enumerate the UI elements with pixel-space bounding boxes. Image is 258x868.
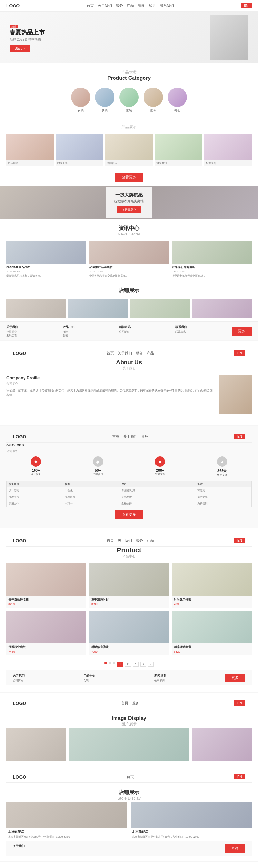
product-nav-logo: LOGO: [13, 538, 26, 544]
nav-about[interactable]: 关于我们: [98, 3, 112, 8]
storedisp-footer-col-1: 关于我们: [13, 844, 25, 853]
product-item-3[interactable]: 时尚休闲外套 ¥399: [172, 563, 252, 608]
prod-nav-1[interactable]: 首页: [107, 538, 114, 543]
about-lang-btn[interactable]: EN: [234, 350, 245, 356]
image-display-section: LOGO 首页 服务 EN Image Display 图片展示: [0, 692, 258, 766]
page-num-next[interactable]: ›: [148, 661, 153, 667]
footer-link-2-2[interactable]: 男装: [63, 334, 74, 337]
product-item-img-5: [89, 611, 169, 643]
lang-btn[interactable]: EN: [241, 3, 252, 8]
product-footer-link-2[interactable]: 女装: [83, 679, 95, 682]
hero-btn[interactable]: Start >: [10, 45, 30, 52]
footer-link-4-1[interactable]: 联系方式: [176, 330, 187, 334]
circle-item-5[interactable]: 鞋包: [168, 88, 187, 113]
nav-home[interactable]: 首页: [87, 3, 94, 8]
product-item-1[interactable]: 春季新款连衣裙 ¥299: [6, 563, 86, 608]
page-num-2[interactable]: 2: [125, 661, 131, 667]
footer-red-btn[interactable]: 更多: [231, 327, 252, 336]
about-nav-about[interactable]: 关于我们: [118, 351, 132, 356]
view-more-btn[interactable]: 查看更多: [115, 173, 143, 182]
product-card-1[interactable]: 女装新款: [6, 134, 53, 166]
srv-lang-btn[interactable]: EN: [234, 434, 245, 439]
srv-nav-3[interactable]: 服务: [141, 434, 148, 439]
product-item-2[interactable]: 夏季清凉衬衫 ¥199: [89, 563, 169, 608]
product-item-name-5: 韩版修身裤装: [91, 645, 167, 649]
hero-title: 春夏热品上市: [10, 29, 210, 36]
about-nav-services[interactable]: 服务: [136, 351, 143, 356]
nav-product[interactable]: 产品: [127, 3, 134, 8]
product-card-2[interactable]: 时尚外套: [56, 134, 103, 166]
disp-img-3: [191, 728, 252, 761]
product-item-price-3: ¥399: [174, 602, 250, 606]
footer-link-2-1[interactable]: 女装: [63, 330, 74, 334]
product-item-6[interactable]: 潮流运动套装 ¥329: [172, 611, 252, 655]
product-item-info-4: 优雅职业套装 ¥459: [6, 643, 86, 655]
page-num-3[interactable]: 3: [133, 661, 139, 667]
page-num-1[interactable]: 1: [117, 661, 123, 667]
product-item-price-1: ¥299: [8, 602, 84, 606]
nav-contact[interactable]: 联系我们: [160, 3, 174, 8]
product-footer-link-1[interactable]: 公司简介: [13, 679, 25, 682]
page-num-4[interactable]: 4: [140, 661, 146, 667]
services-more-btn[interactable]: 查看更多: [115, 510, 143, 519]
nav-franchise[interactable]: 加盟: [149, 3, 156, 8]
srv-nav-2[interactable]: 关于我们: [123, 434, 137, 439]
circle-label-3: 童装: [126, 108, 132, 113]
prod-lang-btn[interactable]: EN: [234, 538, 245, 544]
product-item-4[interactable]: 优雅职业套装 ¥459: [6, 611, 86, 655]
profile-subtitle: 公司简介: [6, 382, 215, 386]
prod-nav-2[interactable]: 关于我们: [118, 538, 132, 543]
footer-col-1: 关于我们 公司简介 发展历程: [6, 325, 18, 337]
news-card-1[interactable]: 2022春夏新品发布 2022-03-15 最新款式即将上市，敬请期待...: [6, 241, 86, 278]
circle-item-4[interactable]: 配饰: [144, 88, 163, 113]
storedisp-nav-1[interactable]: 首页: [127, 774, 134, 779]
product-footer-link-3[interactable]: 公司新闻: [154, 679, 166, 682]
nav-links: 首页 关于我们 服务 产品 新闻 加盟 联系我们: [87, 3, 174, 8]
srv-nav-1[interactable]: 首页: [112, 434, 119, 439]
nav-services[interactable]: 服务: [116, 3, 123, 8]
profile-body: 我们是一家专注于服装设计与销售的品牌公司，致力于为消费者提供高品质的时尚服装。公…: [6, 388, 215, 397]
product-card-4[interactable]: 裙装系列: [155, 134, 202, 166]
circle-item-1[interactable]: 女装: [71, 88, 90, 113]
product-card-3[interactable]: 休闲裤装: [106, 134, 152, 166]
clothes-subtitle: 绽放成衣秀场头尖端: [114, 199, 144, 204]
nav-news[interactable]: 新闻: [138, 3, 145, 8]
footer-link-1-1[interactable]: 公司简介: [6, 330, 18, 334]
circle-item-3[interactable]: 童装: [119, 88, 139, 113]
about-header: About Us 关于我们: [6, 359, 252, 371]
news-card-title-1: 2022春夏新品发布: [6, 265, 86, 270]
news-card-2[interactable]: 品牌推广活动预告 2022-03-10 全国各地加盟商交流会即将举办...: [89, 241, 169, 278]
product-item-5[interactable]: 韩版修身裤装 ¥259: [89, 611, 169, 655]
imgdisp-nav-2[interactable]: 服务: [132, 701, 139, 706]
page-dot-3[interactable]: [113, 661, 115, 664]
storedisp-lang-btn[interactable]: EN: [234, 774, 245, 779]
clothes-overlay: 一线大牌质感 绽放成衣秀场头尖端 了解更多 >: [106, 187, 152, 218]
page-dot-2[interactable]: [109, 661, 111, 664]
about-nav-product[interactable]: 产品: [147, 351, 154, 356]
prod-nav-3[interactable]: 服务: [136, 538, 143, 543]
news-card-3[interactable]: 秋冬流行趋势解析 2022-03-05 本季最新流行元素全面解析...: [172, 241, 252, 278]
table-cell-2-2: 优惠价格: [63, 494, 119, 500]
circle-item-2[interactable]: 男装: [95, 88, 114, 113]
store-display-item-1: 上海旗舰店 上海市黄浦区南京东路888号，营业时间：10:00-22:00: [6, 802, 127, 841]
pagination: 1 2 3 4 ›: [6, 658, 252, 670]
circle-label-2: 男装: [102, 108, 108, 113]
page-dot-1[interactable]: [105, 661, 107, 664]
imgdisp-nav: LOGO 首页 服务 EN: [6, 698, 252, 709]
imgdisp-nav-1[interactable]: 首页: [121, 701, 128, 706]
store-name-1: 上海旗舰店: [8, 830, 126, 834]
footer-link-1-2[interactable]: 发展历程: [6, 334, 18, 337]
service-num-4: 365天: [193, 468, 252, 473]
hero-banner: 新品 春夏热品上市 品牌 2022 & 当季动态 Start >: [0, 12, 258, 63]
imgdisp-lang-btn[interactable]: EN: [234, 700, 245, 706]
prod-nav-4[interactable]: 产品: [147, 538, 154, 543]
product-card-5[interactable]: 配饰系列: [205, 134, 252, 166]
table-cell-3-4: 免费培训: [195, 500, 251, 507]
clothes-btn[interactable]: 了解更多 >: [117, 206, 141, 213]
product-footer-btn[interactable]: 更多: [225, 674, 245, 682]
storedisp-footer-btn[interactable]: 更多: [225, 844, 245, 853]
footer-link-3-1[interactable]: 公司新闻: [119, 330, 131, 334]
store-display-section: LOGO 首页 EN 店铺展示 Store Display 上海旗舰店 上海市黄…: [0, 766, 258, 861]
profile-title: Company Profile: [6, 375, 215, 380]
about-nav-home[interactable]: 首页: [107, 351, 114, 356]
